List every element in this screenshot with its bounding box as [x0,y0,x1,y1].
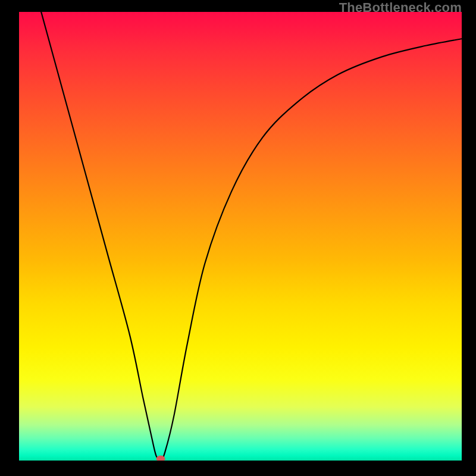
plot-area [19,12,462,461]
watermark-text: TheBottleneck.com [339,0,462,15]
bottleneck-curve [41,12,462,461]
optimum-dot [156,456,165,461]
curve-layer [19,12,462,461]
chart-container: TheBottleneck.com [0,0,476,476]
